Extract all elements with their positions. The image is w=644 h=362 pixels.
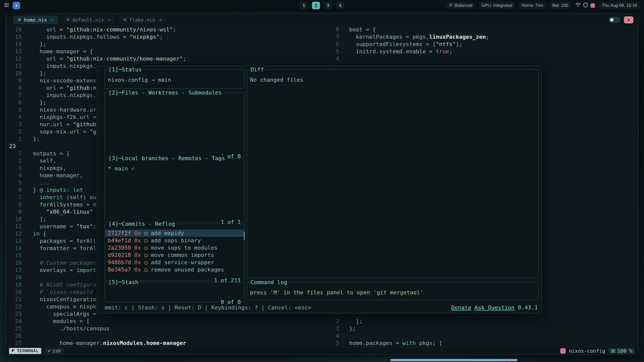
lazygit-command-log-panel[interactable]: Command log press 'M' in the files panel… — [247, 282, 538, 300]
code-line[interactable]: 27 home-manager.nixosModules.home-manage… — [6, 339, 332, 347]
tab-label: flake.nix — [129, 17, 155, 23]
wallpaper-accent — [390, 359, 517, 361]
line-text: inputs.nixpkgs.follows = "nixpkgs"; — [33, 34, 163, 40]
commit-row[interactable]: 2717f2f 0x ○ add mopidy — [105, 230, 244, 237]
editor-pane-right-top[interactable]: 8 boot = { 7 kernelPackages = pkgs.linux… — [332, 26, 638, 62]
line-text: forAllSystems = n — [33, 201, 96, 208]
commit-hash: 8e345a7 — [108, 266, 131, 273]
line-text: url = "github:nix-community/home-manager… — [33, 56, 186, 62]
window-status-bar: TERMINAL zsh nixos-config 100 % — [6, 347, 638, 354]
commit-row[interactable]: 8e345a7 0x ○ remove unused packages — [105, 266, 244, 273]
lazygit-commits-panel[interactable]: [4]─Commits - Reflog 2717f2f 0x ○ add mo… — [105, 224, 245, 281]
nix-snowflake-icon: ❄ — [18, 17, 21, 22]
commit-message: add mopidy — [151, 230, 184, 236]
commit-hash: 2717f2f — [108, 230, 131, 236]
code-line[interactable]: 25 ./hosts/canopus — [6, 325, 332, 332]
line-text: ]; — [33, 216, 46, 222]
ask-question-link[interactable]: Ask Question — [475, 304, 515, 311]
commit-message: move common imports — [151, 252, 214, 258]
commit-hash: b49ef1d — [108, 237, 131, 244]
lazygit-status-panel[interactable]: [1]─Status nixos-config → main — [105, 69, 245, 89]
lazygit-diff-panel[interactable]: Diff No changed files — [247, 69, 538, 278]
layout-toggle[interactable] — [609, 17, 620, 23]
lazygit-files-panel[interactable]: [2]─Files - Worktrees - Submodules 0 of … — [105, 93, 245, 156]
workspace-button[interactable]: 3 — [324, 2, 332, 9]
line-text: initrd.systemd.enable = true; — [349, 48, 453, 55]
topbar-left — [4, 2, 20, 9]
commits-scrollbar[interactable] — [244, 232, 245, 240]
tab-label: default.nix — [72, 17, 104, 23]
line-number: 6 — [6, 187, 22, 193]
panel-title: Command log — [250, 279, 288, 286]
commit-row[interactable]: 9486b7d 0x ○ add service-wrapper — [105, 259, 244, 266]
code-line[interactable]: 13 home-manager = { — [6, 48, 332, 55]
code-line[interactable]: 15 inputs.nixpkgs.follows = "nixpkgs"; — [6, 33, 332, 40]
line-number: 3 — [6, 165, 22, 171]
editor-pane-right-bottom[interactable]: 2 }; 3 }; 4 5 home.p — [332, 318, 638, 347]
code-line[interactable]: 26 — [6, 332, 332, 339]
lazygit-branches-panel[interactable]: [3]─Local branches - Remotes - Tags * ma… — [105, 158, 245, 222]
indicator-icon[interactable] — [590, 3, 595, 8]
editor-tab[interactable]: ❄ default.nix × — [61, 16, 115, 24]
line-number: 2 — [6, 128, 22, 135]
line-text: }; — [33, 70, 46, 76]
window-close-button[interactable]: × — [624, 16, 633, 23]
commit-message: remove unused packages — [151, 266, 224, 273]
code-line[interactable]: 16 url = "github:nix-community/nixos-wsl… — [6, 26, 332, 33]
code-line[interactable]: 3 }; — [332, 325, 638, 332]
panel-title: [2]─Files - Worktrees - Submodules — [107, 89, 223, 96]
tab-close-icon[interactable]: × — [51, 17, 54, 23]
tab-close-icon[interactable]: × — [159, 17, 162, 23]
commit-graph-node-icon: ○ — [144, 259, 147, 265]
shield-icon[interactable] — [583, 3, 588, 9]
lazygit-bottom-bar: mmit: c | Stash: s | Reset: D | Keybindi… — [105, 304, 538, 311]
scroll-percent: 100 % — [617, 348, 632, 354]
code-line[interactable]: 12 url = "github:nix-community/home-mana… — [6, 55, 332, 62]
code-line[interactable]: 6 supportedFilesystems = ["ntfs"]; — [332, 40, 638, 48]
line-number: 7 — [6, 92, 22, 98]
code-line[interactable]: 4 — [332, 55, 638, 62]
line-number: 8 — [6, 85, 22, 91]
line-text: nixpkgs-f2k.url = — [33, 114, 96, 120]
keybinding-hints: mmit: c | Stash: s | Reset: D | Keybindi… — [105, 304, 311, 311]
code-line[interactable]: 2 }; — [332, 318, 638, 325]
line-number: 17 — [6, 267, 22, 273]
line-number: 4 — [6, 172, 22, 178]
statusbar-left: TERMINAL zsh — [9, 348, 64, 354]
donate-link[interactable]: Donate — [451, 304, 471, 311]
code-line[interactable]: 24 modules = [ — [6, 318, 332, 325]
commit-row[interactable]: d920218 0x ○ move common imports — [105, 251, 244, 259]
workspace-button[interactable]: 4 — [336, 2, 344, 9]
app-logo-icon[interactable] — [13, 2, 20, 9]
shell-tab[interactable]: zsh — [44, 348, 64, 354]
line-number: 22 — [6, 303, 22, 310]
line-text: specialArgs = — [33, 311, 96, 317]
editor-tab[interactable]: ❄ flake.nix × — [118, 16, 167, 24]
line-text: outputs = { — [33, 150, 70, 157]
line-number: 23 — [6, 143, 22, 149]
code-line[interactable]: 5 initrd.systemd.enable = true; — [332, 48, 638, 55]
workspace-button[interactable]: 1 — [300, 2, 308, 9]
code-line[interactable]: 14 }; — [6, 40, 332, 48]
tab-close-icon[interactable]: × — [108, 17, 111, 23]
commit-row[interactable]: 2a23950 0x ○ move sops to modules — [105, 244, 244, 251]
line-text: supportedFilesystems = ["ntfs"]; — [349, 41, 462, 47]
code-line[interactable]: 7 kernelPackages = pkgs.linuxPackages_ze… — [332, 33, 638, 40]
line-text: kernelPackages = pkgs.linuxPackages_zen; — [349, 34, 489, 40]
commit-hash: d920218 — [108, 252, 131, 258]
line-number: 11 — [6, 223, 22, 230]
line-number: 15 — [6, 34, 22, 40]
code-line[interactable]: 8 boot = { — [332, 26, 638, 33]
line-number: 23 — [6, 311, 22, 317]
code-line[interactable]: 5 home.packages = with pkgs; [ — [332, 339, 638, 347]
apps-grid-icon[interactable] — [4, 3, 9, 9]
commit-row[interactable]: b49ef1d 0x ○ add sops binary — [105, 237, 244, 244]
wifi-icon[interactable] — [575, 3, 581, 8]
workspace-button[interactable]: 2 — [312, 2, 320, 9]
editor-tab[interactable]: ❄ home.nix × — [13, 16, 58, 24]
lazygit-stash-panel[interactable]: [5]─Stash 0 of 0 — [105, 282, 245, 302]
code-line[interactable]: 4 — [332, 332, 638, 339]
pencil-icon — [47, 349, 51, 353]
commit-graph-node-icon: ○ — [144, 252, 147, 258]
line-text: inputs.nixpkgs. — [33, 92, 96, 98]
